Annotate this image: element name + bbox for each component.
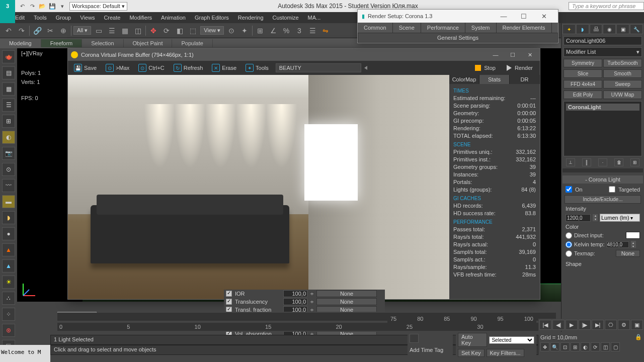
selection-filter-dropdown[interactable]: All ▾ (73, 26, 91, 35)
cone-icon[interactable]: ▲ (2, 243, 15, 256)
teapot-icon[interactable]: 🫖 (2, 50, 15, 63)
mod-editpoly-button[interactable]: Edit Poly (564, 90, 602, 99)
dome-icon[interactable]: ◗ (2, 211, 15, 224)
open-icon[interactable]: 📂 (38, 2, 46, 10)
display-tab-icon[interactable]: ▣ (616, 24, 629, 34)
vfb-tools-button[interactable]: ✦Tools (242, 62, 273, 73)
on-checkbox[interactable] (566, 186, 572, 193)
vfb-titlebar[interactable]: Corona Virtual Frame Buffer (794×466px, … (68, 49, 540, 61)
next-frame-icon[interactable]: |▶ (579, 320, 591, 330)
vfb-tab-stats[interactable]: Stats (479, 75, 510, 84)
configure-icon[interactable]: ⊞ (630, 158, 639, 166)
menu-grapheditors[interactable]: Graph Editors (195, 15, 229, 21)
pan-icon[interactable]: ✥ (540, 342, 549, 351)
vfb-render-button[interactable]: Render (502, 64, 538, 72)
box-icon[interactable]: ▬ (2, 195, 15, 208)
undo-icon[interactable]: ↶ (18, 2, 26, 10)
utilities-tab-icon[interactable]: 🔧 (630, 24, 643, 34)
texmap-radio[interactable] (566, 250, 572, 257)
named-sel-icon[interactable]: ☰ (307, 25, 318, 36)
vfb-save-button[interactable]: 💾Save (70, 62, 101, 73)
kelvin-radio[interactable] (566, 241, 572, 248)
scale-icon[interactable]: ◧ (174, 25, 185, 36)
maxscript-listener[interactable]: Welcome to M (0, 345, 50, 362)
rollout-header[interactable]: - Corona Light (562, 175, 643, 184)
menu-maxscript[interactable]: MA... (308, 15, 321, 21)
select-name-icon[interactable]: ☰ (106, 25, 117, 36)
camera-icon[interactable]: 📷 (2, 147, 15, 160)
tab-freeform[interactable]: Freeform (41, 39, 83, 47)
map-slot-button[interactable]: None (316, 298, 377, 305)
viewport-label[interactable]: [+][VRay (21, 50, 43, 56)
create-tab-icon[interactable]: ✦ (562, 24, 576, 34)
minimize-icon[interactable]: ― (494, 13, 514, 20)
layers-icon[interactable]: ▤ (2, 66, 15, 79)
modifier-list-dropdown[interactable]: Modifier List▾ (564, 47, 642, 57)
remove-mod-icon[interactable]: 🗑 (614, 158, 623, 166)
object-name-field[interactable]: CoronaLight006 (564, 36, 642, 45)
redo-icon[interactable]: ↷ (28, 2, 36, 10)
undo-icon[interactable]: ↶ (3, 25, 14, 36)
close-icon[interactable]: ✕ (534, 13, 554, 20)
vfb-tab-colormap[interactable]: ColorMap (449, 75, 479, 84)
mod-slice-button[interactable]: Slice (564, 69, 602, 78)
map-checkbox[interactable] (226, 299, 232, 305)
percent-snap-icon[interactable]: % (281, 25, 292, 36)
rsetup-tab-elements[interactable]: Render Elements (497, 23, 552, 33)
chevron-down-icon[interactable] (363, 66, 367, 70)
pivot-icon[interactable]: ⊙ (226, 25, 237, 36)
maximize-icon[interactable]: ☐ (514, 13, 534, 20)
menu-modifiers[interactable]: Modifiers (129, 15, 152, 21)
qat-more-icon[interactable]: ▾ (58, 2, 66, 10)
systems-icon[interactable]: ⊛ (2, 324, 15, 337)
show-end-icon[interactable]: ║ (582, 158, 591, 166)
app-menu-icon[interactable] (0, 12, 15, 23)
spacewarp-icon[interactable]: 〰 (2, 179, 15, 192)
select-icon[interactable]: ▭ (93, 25, 104, 36)
spinner-snap-icon[interactable]: 3 (294, 25, 305, 36)
rsetup-tab-system[interactable]: System (465, 23, 497, 33)
table-icon[interactable]: ⊞ (2, 115, 15, 128)
play-icon[interactable]: ▶ (566, 320, 578, 330)
grid-icon[interactable]: ▦ (2, 82, 15, 96)
orbit-icon[interactable]: ⟳ (591, 342, 600, 351)
min-max-toggle-icon[interactable]: ▢ (611, 342, 620, 351)
redo-icon[interactable]: ↷ (16, 25, 27, 36)
mod-smooth-button[interactable]: Smooth (603, 69, 642, 78)
texmap-button[interactable]: None (616, 250, 640, 257)
menu-create[interactable]: Create (104, 15, 120, 21)
intensity-unit-dropdown[interactable]: Lumen (lm) ▾ (600, 214, 640, 222)
kelvin-spinner[interactable] (607, 241, 629, 248)
vfb-refresh-button[interactable]: ↻Refresh (170, 62, 207, 73)
mod-uvwmap-button[interactable]: UVW Map (603, 90, 642, 99)
keyfilters-button[interactable]: Key Filters... (487, 349, 524, 357)
tab-objectpaint[interactable]: Object Paint (124, 39, 173, 47)
motion-tab-icon[interactable]: ◉ (603, 24, 616, 34)
sphere-icon[interactable]: ● (2, 227, 15, 240)
hierarchy-tab-icon[interactable]: 品 (590, 24, 603, 34)
setkey-button[interactable]: Set Key (458, 349, 485, 357)
help-search-input[interactable]: Type a keyword or phrase (569, 2, 644, 10)
mod-turbosmooth-button[interactable]: TurboSmooth (603, 59, 642, 67)
time-config-icon[interactable]: ⚙ (618, 320, 630, 330)
menu-group[interactable]: Group (56, 15, 71, 21)
list-icon[interactable]: ☰ (2, 99, 15, 112)
mirror-icon[interactable]: ⇋ (320, 25, 331, 36)
key-mode-icon[interactable]: ⎔ (605, 320, 617, 330)
angle-snap-icon[interactable]: ∠ (268, 25, 279, 36)
rsetup-tab-scene[interactable]: Scene (393, 23, 421, 33)
vfb-tab-dr[interactable]: DR (510, 75, 540, 84)
map-slot-button[interactable]: None (316, 290, 377, 297)
map-checkbox[interactable] (226, 291, 232, 297)
particles-icon[interactable]: ∴ (2, 292, 15, 305)
tab-modeling[interactable]: Modeling (0, 39, 41, 47)
maximize-viewport-icon[interactable]: ◫ (601, 342, 610, 351)
add-time-tag-button[interactable]: Add Time Tag (410, 347, 451, 353)
menu-customize[interactable]: Customize (273, 15, 299, 21)
helper-icon[interactable]: ⊙ (2, 163, 15, 176)
lock-icon[interactable]: 🔒 (635, 334, 642, 340)
ref-coord-dropdown[interactable]: View ▾ (200, 26, 224, 35)
zoom-extents-icon[interactable]: ⊡ (560, 342, 570, 351)
modify-tab-icon[interactable]: ◗ (576, 24, 589, 34)
pyramid-icon[interactable]: ▲ (2, 259, 15, 273)
